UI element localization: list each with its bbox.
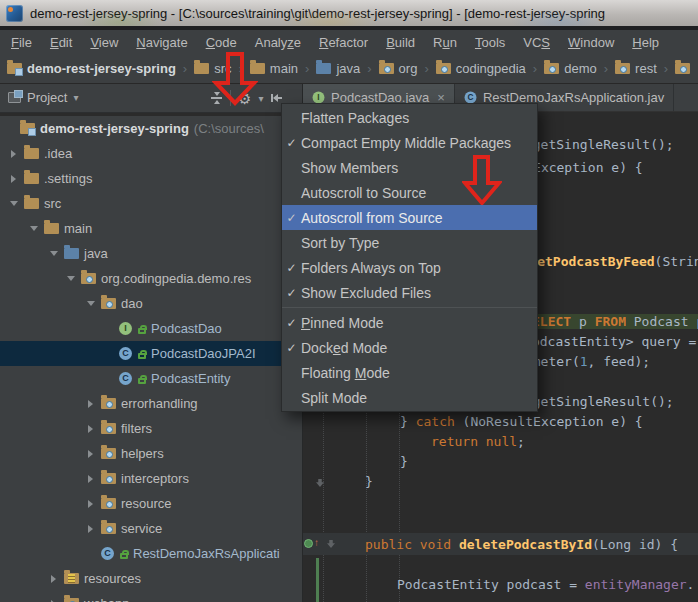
- tree-item-label: resources: [84, 571, 141, 586]
- lock-icon: [120, 553, 128, 559]
- tree-row-podcastdaojpa2i[interactable]: CPodcastDaoJPA2I: [0, 341, 302, 366]
- menu-item-flatten-packages[interactable]: Flatten Packages: [282, 105, 537, 130]
- menu-item-show-excluded-files[interactable]: ✓Show Excluded Files: [282, 280, 537, 305]
- tree-row-main[interactable]: main: [0, 216, 302, 241]
- tree-collapsed-arrow-icon[interactable]: [48, 575, 59, 583]
- menu-build[interactable]: Build: [377, 32, 424, 53]
- menu-refactor[interactable]: Refactor: [310, 32, 377, 53]
- package-icon: [64, 598, 79, 602]
- code-line: }: [365, 472, 373, 492]
- breadcrumb-rest[interactable]: rest: [615, 61, 657, 76]
- tree-expanded-arrow-icon[interactable]: [85, 301, 96, 306]
- menu-tools[interactable]: Tools: [466, 32, 514, 53]
- breadcrumb-separator-icon: ›: [367, 61, 371, 76]
- tree-row-webapp[interactable]: webapp: [0, 591, 302, 602]
- tree-collapsed-arrow-icon[interactable]: [85, 400, 96, 408]
- tree-collapsed-arrow-icon[interactable]: [8, 175, 19, 183]
- tree-item-label: errorhandling: [121, 396, 198, 411]
- tree-collapsed-arrow-icon[interactable]: [85, 525, 96, 533]
- breadcrumb-demo[interactable]: demo: [544, 61, 597, 76]
- tree-item-label: java: [84, 246, 108, 261]
- tree-row-dao[interactable]: dao: [0, 291, 302, 316]
- tree-row-src[interactable]: src: [0, 191, 302, 216]
- tree-item-label: main: [64, 221, 92, 236]
- menu-vcs[interactable]: VCS: [514, 32, 559, 53]
- breadcrumb-label: java: [336, 61, 360, 76]
- override-method-icon[interactable]: ↑: [304, 538, 319, 548]
- tree-item-label: PodcastDaoJPA2I: [151, 346, 256, 361]
- menu-help[interactable]: Help: [623, 32, 668, 53]
- tree-row--settings[interactable]: .settings: [0, 166, 302, 191]
- tree-row-resources[interactable]: resources: [0, 566, 302, 591]
- menu-item-label: Flatten Packages: [301, 110, 409, 126]
- tree-row-helpers[interactable]: helpers: [0, 441, 302, 466]
- breadcrumb-org[interactable]: org: [379, 61, 418, 76]
- menu-window[interactable]: Window: [559, 32, 623, 53]
- tree-item-label: .idea: [44, 146, 72, 161]
- breadcrumb-demo-rest-jersey-spring[interactable]: demo-rest-jersey-spring: [7, 61, 176, 76]
- menu-analyze[interactable]: Analyze: [246, 32, 310, 53]
- project-icon: [7, 63, 22, 74]
- tree-collapsed-arrow-icon[interactable]: [85, 425, 96, 433]
- tree-collapsed-arrow-icon[interactable]: [85, 475, 96, 483]
- menu-item-label: Show Members: [301, 160, 398, 176]
- tree-expanded-arrow-icon[interactable]: [28, 226, 39, 231]
- menu-run[interactable]: Run: [424, 32, 466, 53]
- gear-chevron-down-icon[interactable]: ▾: [258, 93, 263, 104]
- tree-row-restdemojaxrsapplicati[interactable]: CRestDemoJaxRsApplicati: [0, 541, 302, 566]
- breadcrumb-label: org: [399, 61, 418, 76]
- tree-row-podcastentity[interactable]: CPodcastEntity: [0, 366, 302, 391]
- tree-row-org-codingpedia-demo-res[interactable]: org.codingpedia.demo.res: [0, 266, 302, 291]
- package-icon: [544, 63, 559, 74]
- tree-collapsed-arrow-icon[interactable]: [85, 450, 96, 458]
- menu-item-label: Docked Mode: [301, 340, 387, 356]
- menu-item-docked-mode[interactable]: ✓Docked Mode: [282, 335, 537, 360]
- lock-icon: [138, 353, 146, 359]
- vcs-change-bar[interactable]: [316, 558, 319, 602]
- clazz-icon: C: [119, 372, 132, 385]
- menu-item-autoscroll-from-source[interactable]: ✓Autoscroll from Source: [282, 205, 537, 230]
- tree-item-label: interceptors: [121, 471, 189, 486]
- breadcrumb-codingpedia[interactable]: codingpedia: [436, 61, 526, 76]
- tree-expanded-arrow-icon[interactable]: [8, 201, 19, 206]
- tree-row-errorhandling[interactable]: errorhandling: [0, 391, 302, 416]
- menu-item-split-mode[interactable]: Split Mode: [282, 385, 537, 410]
- menu-item-pinned-mode[interactable]: ✓Pinned Mode: [282, 310, 537, 335]
- menu-item-label: Sort by Type: [301, 235, 379, 251]
- tree-row-resource[interactable]: resource: [0, 491, 302, 516]
- project-view-selector[interactable]: Project ▾: [8, 90, 79, 105]
- breadcrumb-partial[interactable]: [675, 63, 690, 74]
- breadcrumb-label: demo-rest-jersey-spring: [27, 61, 176, 76]
- menu-view[interactable]: View: [81, 32, 127, 53]
- package-icon: [101, 423, 116, 434]
- breadcrumb-java[interactable]: java: [316, 61, 360, 76]
- menu-file[interactable]: File: [2, 32, 41, 53]
- menu-edit[interactable]: Edit: [41, 32, 81, 53]
- menu-item-compact-empty-middle-packages[interactable]: ✓Compact Empty Middle Packages: [282, 130, 537, 155]
- tree-row-service[interactable]: service: [0, 516, 302, 541]
- menu-code[interactable]: Code: [197, 32, 246, 53]
- checkmark-icon: ✓: [282, 341, 301, 355]
- tree-row-podcastdao[interactable]: IPodcastDao: [0, 316, 302, 341]
- tree-row-interceptors[interactable]: interceptors: [0, 466, 302, 491]
- tree-row--idea[interactable]: .idea: [0, 141, 302, 166]
- menu-item-sort-by-type[interactable]: Sort by Type: [282, 230, 537, 255]
- lock-icon: [138, 378, 146, 384]
- menu-separator: [282, 307, 537, 308]
- menu-item-floating-mode[interactable]: Floating Mode: [282, 360, 537, 385]
- menu-item-folders-always-on-top[interactable]: ✓Folders Always on Top: [282, 255, 537, 280]
- code-line: }: [400, 452, 408, 472]
- tree-row-demo-rest-jersey-spring[interactable]: demo-rest-jersey-spring (C:\sources\: [0, 116, 302, 141]
- menu-navigate[interactable]: Navigate: [127, 32, 196, 53]
- tree-expanded-arrow-icon[interactable]: [48, 251, 59, 256]
- resources-icon: [64, 573, 79, 584]
- chevron-down-icon: ▾: [73, 92, 78, 103]
- tree-row-java[interactable]: java: [0, 241, 302, 266]
- folder-icon: [194, 63, 209, 74]
- tree-collapsed-arrow-icon[interactable]: [8, 150, 19, 158]
- tree-collapsed-arrow-icon[interactable]: [85, 500, 96, 508]
- tree-row-filters[interactable]: filters: [0, 416, 302, 441]
- package-icon: [101, 473, 116, 484]
- tree-expanded-arrow-icon[interactable]: [65, 276, 76, 281]
- menu-item-label: Split Mode: [301, 390, 367, 406]
